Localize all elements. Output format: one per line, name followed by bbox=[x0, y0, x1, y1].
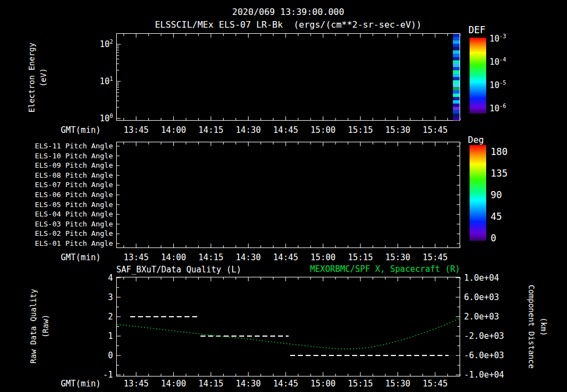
x-tick-label: 15:15 bbox=[344, 125, 377, 135]
x-tick-label: 13:45 bbox=[120, 379, 153, 389]
quality-y-axis-unit: (Raw) bbox=[41, 314, 50, 338]
quality-tick-label: 4 bbox=[93, 273, 113, 283]
x-tick-label: 15:45 bbox=[419, 379, 452, 389]
x-tick-label: 13:45 bbox=[120, 125, 153, 135]
deg-tick-label: 135 bbox=[491, 168, 518, 179]
x-tick-label: 14:15 bbox=[194, 252, 228, 262]
pitch-row-label: ELS-01 Pitch Angle bbox=[32, 239, 113, 248]
def-tick-label: 10-3 bbox=[489, 33, 519, 44]
deg-tick-label: 90 bbox=[491, 189, 518, 200]
distance-tick-label: -2.0e+03 bbox=[464, 331, 508, 341]
x-tick-label: 15:30 bbox=[381, 252, 414, 262]
def-colorbar-title: DEF bbox=[468, 24, 486, 35]
deg-colorbar bbox=[470, 145, 486, 241]
x-tick-label: 14:45 bbox=[269, 379, 302, 389]
x-tick-label: 15:00 bbox=[306, 379, 339, 389]
x-tick-label: 15:30 bbox=[381, 125, 414, 135]
pitch-row-label: ELS-11 Pitch Angle bbox=[32, 142, 113, 151]
distance-tick-label: -6.0e+03 bbox=[464, 350, 508, 360]
pitch-row-label: ELS-10 Pitch Angle bbox=[32, 152, 113, 161]
pitch-row-label: ELS-05 Pitch Angle bbox=[32, 200, 113, 209]
x-tick-label: 14:45 bbox=[269, 252, 302, 262]
x-tick-label: 15:00 bbox=[306, 252, 339, 262]
x-tick-label: 14:00 bbox=[157, 125, 190, 135]
quality-tick-label: 2 bbox=[93, 312, 113, 322]
quality-tick-label: 3 bbox=[93, 292, 113, 302]
deg-colorbar-title: Deg bbox=[468, 135, 484, 145]
distance-tick-label: -1.0e+04 bbox=[464, 370, 508, 380]
deg-tick-label: 180 bbox=[491, 146, 518, 157]
distance-y-axis-label: Component Distance bbox=[527, 285, 537, 369]
x-axis-label: GMT(min) bbox=[50, 125, 101, 135]
quality-tick-label: 0 bbox=[93, 350, 113, 360]
x-axis-label: GMT(min) bbox=[50, 379, 101, 389]
x-tick-label: 14:30 bbox=[231, 252, 265, 262]
def-tick-label: 10-5 bbox=[489, 80, 519, 90]
spectrogram-y-axis-label: Electron Energy bbox=[27, 43, 37, 112]
distance-tick-label: 6.0e+03 bbox=[464, 292, 508, 302]
x-tick-label: 14:45 bbox=[269, 125, 302, 135]
x-tick-label: 15:45 bbox=[419, 125, 452, 135]
deg-tick-label: 45 bbox=[491, 211, 518, 222]
energy-tick-label: 102 bbox=[83, 39, 113, 49]
deg-tick-label: 0 bbox=[491, 233, 518, 244]
spectrogram-y-axis-unit: (eV) bbox=[39, 68, 48, 87]
x-tick-label: 15:45 bbox=[419, 252, 452, 262]
x-tick-label: 14:15 bbox=[194, 379, 228, 389]
pitch-row-label: ELS-08 Pitch Angle bbox=[32, 171, 113, 180]
pitch-row-label: ELS-02 Pitch Angle bbox=[32, 229, 113, 238]
x-tick-label: 14:30 bbox=[231, 379, 265, 389]
x-tick-label: 15:15 bbox=[344, 252, 377, 262]
def-tick-label: 10-4 bbox=[489, 56, 519, 67]
x-tick-label: 13:45 bbox=[120, 252, 153, 262]
pitch-row-label: ELS-09 Pitch Angle bbox=[32, 161, 113, 170]
x-tick-label: 15:00 bbox=[306, 125, 339, 135]
plot-screen: 2020/069 13:39:00.000 ELSSCIL/MEx ELS-07… bbox=[0, 0, 567, 392]
x-axis-label: GMT(min) bbox=[50, 252, 101, 262]
header-datetime: 2020/069 13:39:00.000 bbox=[116, 7, 460, 17]
x-tick-label: 14:30 bbox=[231, 125, 265, 135]
quality-tick-label: 1 bbox=[93, 331, 113, 341]
page-title: ELSSCIL/MEx ELS-07 LR-Bk (ergs/(cm**2-sr… bbox=[89, 19, 488, 30]
pitch-row-label: ELS-06 Pitch Angle bbox=[32, 190, 113, 199]
pitch-row-label: ELS-04 Pitch Angle bbox=[32, 210, 113, 219]
pitch-row-label: ELS-07 Pitch Angle bbox=[32, 180, 113, 189]
spacecraft-series-title: MEXORBMC/SPF X, Spacecraft (R) bbox=[266, 264, 460, 274]
energy-tick-label: 101 bbox=[83, 76, 113, 86]
quality-tick-label: -1 bbox=[93, 370, 113, 380]
x-tick-label: 15:30 bbox=[381, 379, 414, 389]
distance-y-axis-unit: (km) bbox=[539, 317, 549, 336]
def-tick-label: 10-6 bbox=[489, 103, 519, 114]
def-colorbar bbox=[470, 38, 486, 114]
x-tick-label: 15:15 bbox=[344, 379, 377, 389]
distance-tick-label: 1.0e+04 bbox=[464, 273, 508, 283]
distance-tick-label: 2.0e+03 bbox=[464, 312, 508, 322]
quality-y-axis-label: Raw Data Quality bbox=[29, 289, 38, 364]
pitch-row-label: ELS-03 Pitch Angle bbox=[32, 220, 113, 229]
x-tick-label: 14:00 bbox=[157, 379, 190, 389]
x-tick-label: 14:15 bbox=[194, 125, 228, 135]
energy-tick-label: 100 bbox=[83, 113, 113, 123]
data-quality-series-title: SAF_BXuT/Data Quality (L) bbox=[116, 265, 241, 275]
x-tick-label: 14:00 bbox=[157, 252, 190, 262]
